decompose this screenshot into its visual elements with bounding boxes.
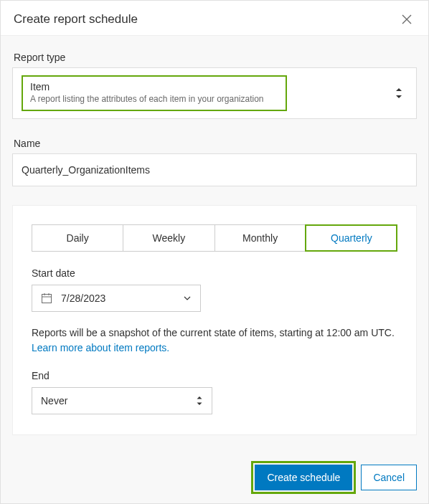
name-input[interactable] (12, 153, 417, 186)
start-date-value: 7/28/2023 (61, 293, 105, 304)
report-type-select[interactable]: Item A report listing the attributes of … (12, 67, 417, 119)
schedule-panel: Daily Weekly Monthly Quarterly Start dat… (12, 205, 417, 435)
close-button[interactable] (398, 11, 415, 28)
select-sort-icon (395, 87, 403, 99)
svg-rect-0 (42, 295, 52, 303)
close-icon (401, 14, 412, 25)
report-type-selected-highlight: Item A report listing the attributes of … (22, 75, 287, 111)
cancel-button[interactable]: Cancel (361, 465, 417, 490)
select-sort-icon (196, 396, 203, 406)
end-label: End (32, 370, 397, 381)
start-date-picker[interactable]: 7/28/2023 (32, 285, 201, 312)
end-select[interactable]: Never (32, 387, 212, 414)
create-report-schedule-modal: Create report schedule Report type Item … (0, 0, 429, 504)
chevron-down-icon (183, 294, 192, 303)
frequency-tabs: Daily Weekly Monthly Quarterly (32, 224, 397, 252)
end-value: Never (41, 395, 67, 406)
report-type-selected-title: Item (30, 81, 278, 92)
modal-header: Create report schedule (1, 1, 428, 36)
modal-body: Report type Item A report listing the at… (1, 36, 428, 452)
tab-quarterly[interactable]: Quarterly (306, 225, 397, 251)
learn-more-link[interactable]: Learn more about item reports. (32, 342, 169, 353)
name-label: Name (14, 138, 417, 149)
tab-monthly[interactable]: Monthly (214, 225, 306, 251)
tab-daily[interactable]: Daily (32, 225, 123, 251)
create-schedule-button[interactable]: Create schedule (255, 465, 352, 490)
modal-footer: Create schedule Cancel (1, 452, 428, 503)
tab-weekly[interactable]: Weekly (123, 225, 214, 251)
report-type-label: Report type (14, 52, 417, 63)
calendar-icon (41, 293, 52, 304)
start-date-label: Start date (32, 267, 397, 279)
report-type-selected-description: A report listing the attributes of each … (30, 94, 278, 104)
snapshot-info-text: Reports will be a snapshot of the curren… (32, 326, 397, 341)
modal-title: Create report schedule (14, 12, 138, 27)
